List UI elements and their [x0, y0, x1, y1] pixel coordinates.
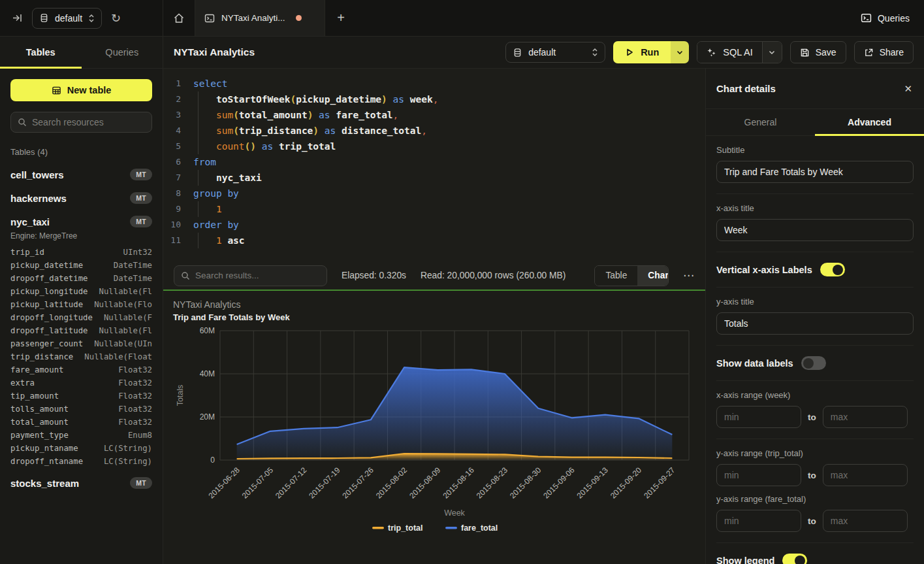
home-tab[interactable]	[163, 0, 195, 36]
column-row: passenger_countNullable(UIn	[10, 337, 152, 350]
line-number: 10	[163, 217, 192, 233]
results-search[interactable]	[174, 265, 327, 286]
legend-label[interactable]: fare_total	[461, 523, 498, 533]
code-line: 8group by	[163, 186, 705, 201]
view-toggle-table[interactable]: Table	[595, 266, 637, 286]
x-tick-label: 2015-07-05	[240, 465, 276, 501]
table-item-hackernews[interactable]: hackernews MT	[10, 192, 152, 204]
queries-button-label: Queries	[878, 13, 910, 24]
sidebar-tab-tables[interactable]: Tables	[0, 37, 82, 68]
code-line: 3 sum(total_amount) as fare_total,	[163, 107, 705, 123]
share-icon	[864, 48, 874, 58]
sql-editor[interactable]: 1select2 toStartOfWeek(pickup_datetime) …	[163, 69, 705, 261]
queries-button[interactable]: Queries	[846, 0, 924, 36]
x-tick-label: 2015-08-16	[441, 465, 476, 501]
code-text: from	[192, 154, 216, 170]
collapse-sidebar-icon[interactable]	[12, 12, 23, 24]
resource-search[interactable]	[10, 112, 152, 133]
xrange-max-input[interactable]	[823, 406, 908, 428]
table-name: stocks_stream	[10, 478, 79, 489]
table-item-nyc-taxi[interactable]: nyc_taxi MT	[10, 216, 152, 227]
tab-nytaxi-analytics[interactable]: NYTaxi Analyti...	[195, 0, 325, 36]
area-chart[interactable]: 020M40M60M2015-06-282015-07-052015-07-12…	[163, 291, 705, 563]
share-button[interactable]: Share	[854, 41, 914, 63]
x-tick-label: 2015-08-30	[508, 465, 543, 501]
refresh-icon[interactable]: ↻	[111, 11, 121, 25]
column-row: payment_typeEnum8	[10, 429, 152, 442]
show-legend-row: Show legend	[716, 543, 914, 564]
run-options-caret[interactable]	[671, 41, 689, 63]
column-type: UInt32	[123, 248, 152, 257]
yrange-fare-label: y-axis range (fare_total)	[716, 494, 914, 504]
save-button-label: Save	[816, 47, 836, 58]
code-line: 10order by	[163, 217, 705, 233]
y-tick-label: 20M	[200, 412, 215, 422]
table-item-stocks-stream[interactable]: stocks_stream MT	[10, 477, 152, 489]
table-item-cell-towers[interactable]: cell_towers MT	[10, 169, 152, 180]
tab-general[interactable]: General	[706, 109, 815, 135]
run-database-selector[interactable]: default	[505, 42, 605, 63]
top-bar: default ↻ NYTaxi Analyti... + Queries	[0, 0, 924, 37]
column-type: LC(String)	[104, 444, 152, 453]
yrange-fare-min-input[interactable]	[716, 510, 801, 532]
yaxis-title-label: y-axis title	[716, 297, 914, 307]
new-tab-button[interactable]: +	[325, 0, 357, 36]
run-button[interactable]: Run	[613, 41, 671, 63]
table-name: nyc_taxi	[10, 216, 50, 227]
subtitle-input[interactable]	[716, 161, 914, 183]
y-tick-label: 40M	[200, 369, 215, 378]
resource-search-input[interactable]	[32, 117, 145, 127]
yaxis-title-field-group: y-axis title	[716, 288, 914, 346]
column-type: Float32	[118, 405, 152, 414]
column-type: Float32	[118, 365, 152, 374]
sql-ai-button[interactable]: SQL AI	[697, 42, 761, 63]
column-row: dropoff_ntanameLC(String)	[10, 455, 152, 468]
yrange-trip-min-input[interactable]	[716, 464, 801, 486]
yrange-trip-label: y-axis range (trip_total)	[716, 448, 914, 458]
new-table-button[interactable]: New table	[10, 79, 152, 101]
column-name: pickup_datetime	[10, 261, 83, 270]
column-type: LC(String)	[104, 457, 152, 466]
new-table-label: New table	[67, 85, 112, 95]
xrange-min-input[interactable]	[716, 406, 801, 428]
xrange-label: x-axis range (week)	[716, 390, 914, 400]
close-icon[interactable]: ✕	[904, 83, 912, 95]
database-selector[interactable]: default	[32, 8, 102, 29]
vertical-labels-toggle[interactable]	[820, 263, 845, 276]
code-line: 6from	[163, 154, 705, 170]
show-legend-toggle[interactable]	[782, 554, 807, 564]
results-search-input[interactable]	[195, 271, 320, 280]
run-database-value: default	[528, 47, 586, 58]
vertical-labels-row: Vertical x-axis Labels	[716, 252, 914, 288]
x-tick-label: 2015-08-23	[475, 465, 510, 501]
chart-details-panel: Chart details ✕ General Advanced Subtitl…	[705, 69, 924, 564]
more-options-button[interactable]: ⋯	[683, 269, 695, 282]
view-toggle-chart[interactable]: Chart	[637, 266, 669, 286]
column-type: Float32	[118, 391, 152, 401]
save-button[interactable]: Save	[790, 41, 846, 63]
fare_total-area	[237, 367, 673, 460]
x-tick-label: 2015-06-28	[206, 465, 242, 501]
sql-ai-caret[interactable]	[762, 42, 782, 63]
save-icon	[800, 48, 810, 58]
legend-label[interactable]: trip_total	[388, 523, 422, 533]
column-row: pickup_datetimeDateTime	[10, 259, 152, 272]
column-name: total_amount	[10, 418, 69, 427]
yaxis-title-input[interactable]	[716, 312, 914, 335]
data-labels-toggle[interactable]	[801, 356, 826, 370]
x-tick-label: 2015-07-12	[274, 465, 309, 501]
y-axis-title: Totals	[176, 385, 185, 406]
yrange-trip-max-input[interactable]	[823, 464, 908, 486]
yrange-fare-max-input[interactable]	[823, 510, 908, 532]
data-labels-label: Show data labels	[716, 358, 793, 369]
query-title: NYTaxi Analytics	[174, 46, 255, 58]
column-row: pickup_longitudeNullable(Fl	[10, 285, 152, 298]
xaxis-title-input[interactable]	[716, 219, 914, 241]
column-name: dropoff_longitude	[10, 313, 93, 322]
code-text: 1 asc	[192, 233, 245, 248]
column-name: tolls_amount	[10, 405, 69, 414]
x-tick-label: 2015-09-27	[642, 465, 677, 501]
column-type: Float32	[118, 378, 152, 388]
sidebar-tab-queries[interactable]: Queries	[82, 37, 163, 68]
tab-advanced[interactable]: Advanced	[815, 109, 924, 135]
